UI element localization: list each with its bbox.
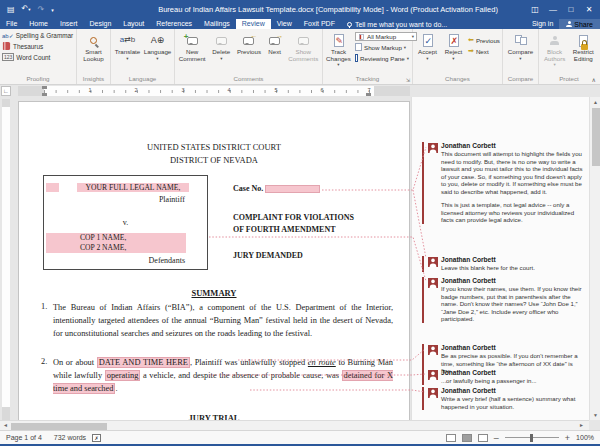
scroll-right-icon[interactable]: ► (576, 421, 587, 430)
datetime-field[interactable]: DATE AND TIME HERE (97, 357, 190, 368)
collapse-ribbon-icon[interactable]: ∧ (592, 76, 596, 83)
group-proofing: ab✓ Spelling & Grammar Thesaurus 123 Wor… (0, 29, 77, 84)
document-page[interactable]: UNITED STATES DISTRICT COURT DISTRICT OF… (18, 101, 410, 430)
comment-text: This document will attempt to highlight … (441, 150, 585, 195)
horizontal-scroll-thumb[interactable] (11, 423, 107, 430)
reviewing-pane-icon (355, 54, 358, 62)
comment-author: Jonathan Corbett (441, 277, 585, 285)
ruler-number: 2 (132, 87, 140, 93)
author-avatar (428, 257, 438, 267)
defendant-names-field[interactable]: COP 1 NAME, COP 2 NAME, (46, 233, 186, 253)
show-markup-button[interactable]: Show Markup▾ (355, 42, 409, 52)
tab-selector[interactable]: ∟ (1, 86, 11, 96)
field-highlight[interactable] (46, 183, 59, 192)
thesaurus-button[interactable]: Thesaurus (2, 41, 74, 51)
case-number-field[interactable] (265, 185, 320, 193)
track-changes-button[interactable]: ✎ Track Changes▾ (324, 31, 353, 75)
minimize-icon[interactable]: — (544, 0, 562, 19)
tab-design[interactable]: Design (83, 19, 117, 29)
comment-card[interactable]: Jonathan Corbett This document will atte… (422, 142, 585, 224)
comment-card[interactable]: Jonathan Corbett ...or lawfully being a … (422, 369, 585, 385)
comment-author: Jonathan Corbett (441, 344, 585, 352)
status-bar: Page 1 of 4 732 words ✗ – + 100% (0, 430, 600, 444)
restrict-editing-button[interactable]: Restrict Editing (569, 31, 597, 75)
scroll-up-icon[interactable]: ▲ (590, 97, 600, 107)
zoom-slider-thumb[interactable] (530, 434, 533, 442)
first-line-indent-marker[interactable] (42, 86, 47, 89)
previous-comment-button[interactable]: ← Previous (235, 31, 263, 75)
sign-in-button[interactable]: Sign in (526, 19, 559, 29)
operating-field[interactable]: operating (105, 370, 141, 381)
web-layout-icon[interactable] (478, 434, 488, 442)
word-count-indicator[interactable]: 732 words (48, 434, 92, 441)
tell-me-box[interactable]: Tell me what you want to do... (341, 19, 453, 29)
comment-text: This is just a template, not legal advic… (441, 201, 585, 224)
plaintiff-name-field[interactable]: YOUR FULL LEGAL NAME, (77, 183, 189, 192)
next-change-button[interactable]: ➡ Next (468, 46, 498, 56)
proofing-errors-icon[interactable]: ✗ (92, 434, 101, 442)
restrict-editing-icon (579, 35, 588, 47)
language-button[interactable]: A⊕ Language▾ (143, 31, 173, 75)
delete-comment-button[interactable]: Delete▾ (208, 31, 234, 75)
undo-icon[interactable]: ↶▾ (22, 5, 31, 14)
horizontal-scrollbar[interactable]: ◄ ► (0, 420, 589, 430)
vertical-scroll-thumb[interactable] (592, 108, 600, 166)
word-window: ▤ ↶▾ ↷ ▾ Bureau of Indian Affairs Lawsui… (0, 0, 600, 446)
person-icon (566, 21, 572, 27)
maximize-icon[interactable]: □ (562, 0, 580, 19)
accept-button[interactable]: ✓ Accept▾ (414, 31, 441, 75)
tracking-dialog-launcher-icon[interactable]: ⇲ (406, 77, 410, 83)
group-insights: Smart Lookup Insights (77, 29, 111, 84)
comment-card[interactable]: Jonathan Corbett Write a very brief (hal… (422, 387, 585, 410)
block-authors-button: Block Authors▾ (541, 31, 569, 75)
tab-mailings[interactable]: Mailings (198, 19, 236, 29)
tab-file[interactable]: File (0, 19, 23, 29)
previous-change-button[interactable]: ⬅ Previous (468, 35, 498, 45)
left-indent-marker[interactable] (42, 93, 47, 96)
comment-card[interactable]: Jonathan Corbett Leave this blank here f… (422, 256, 585, 272)
tab-references[interactable]: References (150, 19, 198, 29)
reviewing-pane-button[interactable]: Reviewing Pane▾ (355, 53, 409, 63)
right-indent-marker[interactable] (366, 93, 371, 96)
compare-button[interactable]: Compare▾ (504, 31, 537, 75)
group-comments: + New Comment Delete▾ ← Previous → Next (175, 29, 323, 84)
comment-card[interactable]: Jonathan Corbett If you know their names… (422, 277, 585, 323)
globe-icon: A⊕ (151, 33, 165, 48)
tab-layout[interactable]: Layout (117, 19, 150, 29)
vertical-scrollbar[interactable]: ▲ ▼ (589, 97, 600, 420)
zoom-out-icon[interactable]: – (494, 433, 499, 443)
zoom-slider[interactable] (505, 437, 559, 438)
new-comment-icon: + (187, 37, 198, 45)
tab-foxit-pdf[interactable]: Foxit PDF (298, 19, 341, 29)
lightbulb-icon (347, 22, 352, 27)
next-comment-button[interactable]: → Next (264, 31, 286, 75)
smart-lookup-button[interactable]: Smart Lookup (78, 31, 109, 75)
read-mode-icon[interactable] (446, 434, 456, 442)
word-count-button[interactable]: 123 Word Count (2, 52, 74, 62)
window-title: Bureau of Indian Affairs Lawsuit Templat… (130, 5, 526, 14)
page-indicator[interactable]: Page 1 of 4 (0, 434, 48, 441)
show-comments-button: Show Comments (286, 31, 320, 75)
tab-home[interactable]: Home (23, 19, 54, 29)
tab-view[interactable]: View (271, 19, 298, 29)
display-for-review-dropdown[interactable]: All Markup▾ (355, 32, 417, 41)
tab-insert[interactable]: Insert (54, 19, 84, 29)
new-comment-button[interactable]: + New Comment (177, 31, 208, 75)
scroll-down-icon[interactable]: ▼ (590, 410, 600, 420)
print-layout-icon[interactable] (462, 434, 472, 442)
complaint-title: COMPLAINT FOR VIOLATIONS OF FOURTH AMEND… (233, 212, 354, 236)
close-icon[interactable]: ✕ (580, 0, 598, 19)
save-icon[interactable]: ▤ (7, 6, 15, 14)
tab-review[interactable]: Review (236, 19, 271, 29)
comment-text: Write a very brief (half a sentence) sum… (441, 395, 585, 410)
zoom-level[interactable]: 100% (576, 434, 594, 441)
vertical-ruler (2, 99, 10, 424)
ribbon-display-options-icon[interactable]: ◫ (526, 0, 544, 19)
reject-button[interactable]: ✗ Reject▾ (441, 31, 466, 75)
share-button[interactable]: Share (559, 19, 600, 29)
scroll-left-icon[interactable]: ◄ (0, 421, 11, 430)
spelling-grammar-button[interactable]: ab✓ Spelling & Grammar (2, 30, 74, 40)
zoom-in-icon[interactable]: + (565, 433, 570, 443)
customize-qat-icon[interactable]: ▾ (51, 6, 54, 14)
translate-button[interactable]: a⇄b Translate▾ (113, 31, 143, 75)
